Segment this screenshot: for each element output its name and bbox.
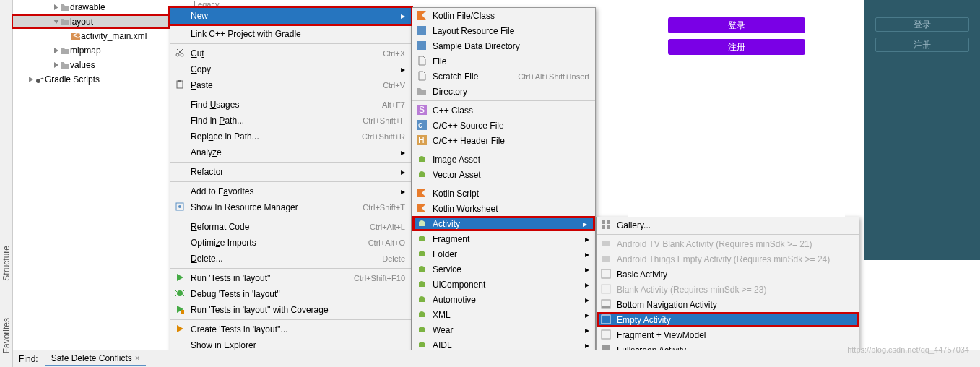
kotlin-icon (417, 10, 428, 22)
tree-item-activity-main[interactable]: <> activity_main.xml (13, 29, 170, 43)
gradle-icon (35, 74, 45, 85)
menu-run-coverage[interactable]: Run 'Tests in 'layout'' with Coverage (170, 302, 411, 318)
menu-find-usages[interactable]: Find UsagesAlt+F7 (170, 97, 411, 113)
menu-add-favorites[interactable]: Add to Favorites▸ (170, 184, 411, 199)
expand-icon (53, 4, 60, 11)
play-solid-icon (175, 324, 186, 335)
find-tab[interactable]: Safe Delete Conflicts× (45, 352, 146, 366)
menu-link-cpp[interactable]: Link C++ Project with Gradle (170, 26, 411, 42)
menu-copy[interactable]: Copy▸ (170, 61, 411, 77)
menu-automotive[interactable]: Automotive▸ (412, 292, 595, 307)
menu-xml[interactable]: XML▸ (412, 307, 595, 322)
things-icon (601, 254, 612, 265)
menu-directory[interactable]: Directory (412, 84, 595, 99)
menu-kotlin-script[interactable]: Kotlin Script (412, 186, 595, 201)
tree-item-drawable[interactable]: drawable (13, 0, 170, 14)
menu-refactor[interactable]: Refactor▸ (170, 164, 411, 180)
separator (170, 217, 411, 217)
svg-rect-31 (602, 315, 610, 324)
tree-item-layout[interactable]: layout (12, 14, 170, 29)
menu-find-in-path[interactable]: Find in Path...Ctrl+Shift+F (170, 113, 411, 129)
menu-reformat-code[interactable]: Reformat CodeCtrl+Alt+L (170, 219, 411, 235)
submenu-arrow-icon: ▸ (401, 167, 405, 177)
submenu-arrow-icon: ▸ (401, 11, 405, 21)
cpp-header-icon: H (417, 135, 428, 147)
menu-vector-asset[interactable]: Vector Asset (412, 167, 595, 182)
menu-service[interactable]: Service▸ (412, 262, 595, 277)
android-icon (417, 154, 428, 165)
menu-kotlin-class[interactable]: Kotlin File/Class (412, 8, 595, 23)
svg-rect-23 (602, 225, 605, 229)
menu-delete[interactable]: Delete...Delete (170, 251, 411, 267)
coverage-icon (175, 304, 186, 316)
separator (170, 43, 411, 44)
submenu-arrow-icon: ▸ (585, 310, 589, 320)
svg-text:c: c (418, 120, 422, 130)
menu-sample-data[interactable]: Sample Data Directory (412, 38, 595, 53)
menu-android-things: Android Things Empty Activity (Requires … (597, 251, 859, 267)
blueprint-register-button: 注册 (875, 38, 969, 52)
menu-cut[interactable]: Cut Ctrl+X (170, 46, 411, 61)
android-icon (417, 279, 428, 290)
menu-cpp-header[interactable]: HC/C++ Header File (412, 133, 595, 148)
menu-show-resource-manager[interactable]: Show In Resource ManagerCtrl+Shift+T (170, 199, 411, 215)
blank-icon (601, 284, 612, 295)
xml-icon: <> (71, 31, 81, 41)
submenu-arrow-icon: ▸ (585, 234, 589, 244)
menu-fragment[interactable]: Fragment▸ (412, 231, 595, 246)
svg-rect-14 (417, 41, 426, 50)
menu-activity[interactable]: Activity▸ (412, 216, 595, 231)
tree-item-gradle-scripts[interactable]: Gradle Scripts (13, 72, 170, 87)
separator (412, 100, 595, 101)
folder-icon (60, 17, 70, 27)
menu-wear[interactable]: Wear▸ (412, 322, 595, 337)
scratch-icon (417, 71, 428, 82)
menu-layout-resource[interactable]: Layout Resource File (412, 23, 595, 38)
menu-replace-in-path[interactable]: Replace in Path...Ctrl+Shift+R (170, 129, 411, 144)
submenu-arrow-icon: ▸ (401, 147, 405, 157)
menu-file[interactable]: File (412, 53, 595, 69)
kotlin-icon (417, 188, 428, 199)
menu-run-tests[interactable]: Run 'Tests in 'layout''Ctrl+Shift+F10 (170, 270, 411, 286)
menu-bottom-nav[interactable]: Bottom Navigation Activity (597, 297, 859, 312)
menu-scratch-file[interactable]: Scratch FileCtrl+Alt+Shift+Insert (412, 69, 595, 84)
menu-gallery[interactable]: Gallery... (597, 217, 859, 233)
blueprint-login-button: 登录 (875, 17, 969, 32)
basic-icon (601, 269, 612, 280)
menu-fragment-viewmodel[interactable]: Fragment + ViewModel (597, 327, 859, 342)
android-icon (417, 169, 428, 181)
menu-folder[interactable]: Folder▸ (412, 246, 595, 262)
menu-optimize-imports[interactable]: Optimize ImportsCtrl+Alt+O (170, 235, 411, 251)
menu-kotlin-worksheet[interactable]: Kotlin Worksheet (412, 201, 595, 216)
close-icon[interactable]: × (135, 353, 140, 363)
separator (170, 268, 411, 269)
submenu-arrow-icon: ▸ (585, 249, 589, 259)
folder-icon (60, 46, 70, 56)
svg-rect-22 (607, 220, 610, 224)
play-icon (175, 272, 186, 284)
menu-cpp-source[interactable]: cC/C++ Source File (412, 118, 595, 133)
submenu-arrow-icon: ▸ (585, 280, 589, 290)
menu-uicomponent[interactable]: UiComponent▸ (412, 277, 595, 292)
svg-rect-30 (602, 306, 610, 308)
menu-image-asset[interactable]: Image Asset (412, 152, 595, 167)
submenu-arrow-icon: ▸ (585, 340, 589, 350)
menu-paste[interactable]: Paste Ctrl+V (170, 77, 411, 93)
menu-blank-activity: Blank Activity (Requires minSdk >= 23) (597, 282, 859, 297)
tree-item-mipmap[interactable]: mipmap (13, 43, 170, 58)
menu-analyze[interactable]: Analyze▸ (170, 144, 411, 160)
menu-basic-activity[interactable]: Basic Activity (597, 267, 859, 282)
menu-cpp-class[interactable]: SC++ Class (412, 103, 595, 118)
favorites-tab[interactable]: Favorites (1, 318, 12, 353)
separator (170, 319, 411, 320)
menu-debug-tests[interactable]: Debug 'Tests in 'layout'' (170, 286, 411, 302)
tree-item-values[interactable]: values (13, 58, 170, 72)
layout-icon (417, 25, 428, 37)
menu-empty-activity[interactable]: Empty Activity (597, 312, 859, 327)
fragment-icon (601, 329, 612, 341)
submenu-arrow-icon: ▸ (401, 64, 405, 74)
structure-tab[interactable]: Structure (1, 246, 12, 281)
menu-new[interactable]: New ▸ (170, 8, 411, 24)
menu-create-tests[interactable]: Create 'Tests in 'layout''... (170, 321, 411, 337)
bottomnav-icon (601, 299, 612, 311)
